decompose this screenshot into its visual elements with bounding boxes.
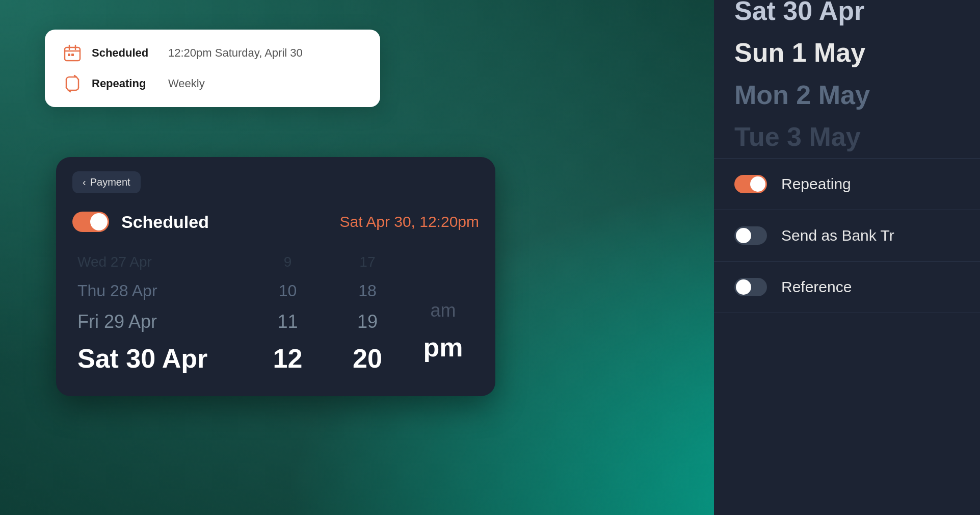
back-label: Payment bbox=[90, 176, 130, 188]
hour-column[interactable]: 9 10 11 12 bbox=[248, 248, 327, 380]
min-18: 18 bbox=[328, 276, 407, 305]
date-sat: Sat 30 Apr bbox=[72, 338, 248, 379]
pm-option: pm bbox=[407, 326, 479, 368]
repeating-value: Weekly bbox=[168, 77, 205, 90]
toggle-knob-3 bbox=[736, 279, 751, 295]
reference-toggle[interactable] bbox=[734, 278, 767, 296]
date-column[interactable]: Wed 27 Apr Thu 28 Apr Fri 29 Apr Sat 30 … bbox=[72, 248, 248, 380]
main-payment-card: ‹ Payment Scheduled Sat Apr 30, 12:20pm … bbox=[56, 157, 495, 396]
datetime-picker[interactable]: Wed 27 Apr Thu 28 Apr Fri 29 Apr Sat 30 … bbox=[56, 240, 495, 396]
svg-rect-4 bbox=[68, 54, 70, 56]
date-fri: Fri 29 Apr bbox=[72, 305, 248, 338]
reference-toggle-row[interactable]: Reference bbox=[714, 262, 980, 313]
back-button[interactable]: ‹ Payment bbox=[72, 171, 141, 193]
schedule-summary-card: Scheduled 12:20pm Saturday, April 30 Rep… bbox=[45, 30, 380, 107]
toggle-section: Repeating Send as Bank Tr Reference bbox=[714, 158, 980, 515]
calendar-icon bbox=[63, 44, 82, 62]
am-option: am bbox=[407, 248, 479, 326]
scheduled-label: Scheduled bbox=[92, 46, 158, 60]
repeating-row: Repeating Weekly bbox=[63, 74, 362, 93]
date-wed: Wed 27 Apr bbox=[72, 248, 248, 276]
scheduled-main-label: Scheduled bbox=[121, 212, 327, 232]
hour-10: 10 bbox=[248, 276, 327, 305]
repeating-toggle-row[interactable]: Repeating bbox=[714, 159, 980, 210]
scheduled-toggle-knob bbox=[90, 213, 108, 230]
bank-transfer-label: Send as Bank Tr bbox=[781, 227, 894, 244]
date-list: Sat 30 Apr Sun 1 May Mon 2 May Tue 3 May bbox=[714, 0, 980, 158]
date-sun-1: Sun 1 May bbox=[734, 32, 960, 73]
min-20: 20 bbox=[328, 338, 407, 379]
scheduled-row: Scheduled 12:20pm Saturday, April 30 bbox=[63, 44, 362, 62]
bank-transfer-toggle-row[interactable]: Send as Bank Tr bbox=[714, 210, 980, 262]
toggle-knob-2 bbox=[736, 228, 751, 243]
repeating-toggle-label: Repeating bbox=[781, 175, 851, 193]
scheduled-toggle-row: Scheduled Sat Apr 30, 12:20pm bbox=[56, 201, 495, 240]
toggle-knob bbox=[750, 176, 765, 192]
hour-12: 12 bbox=[248, 338, 327, 379]
repeat-icon bbox=[63, 74, 82, 93]
bank-transfer-toggle[interactable] bbox=[734, 226, 767, 245]
repeating-label: Repeating bbox=[92, 77, 158, 90]
scheduled-value: 12:20pm Saturday, April 30 bbox=[168, 46, 303, 60]
min-17: 17 bbox=[328, 248, 407, 276]
ampm-column[interactable]: am pm bbox=[407, 248, 479, 380]
repeating-toggle[interactable] bbox=[734, 175, 767, 193]
date-mon-2: Mon 2 May bbox=[734, 74, 960, 116]
back-arrow-icon: ‹ bbox=[83, 176, 86, 188]
date-thu: Thu 28 Apr bbox=[72, 276, 248, 305]
scheduled-main-value: Sat Apr 30, 12:20pm bbox=[339, 213, 479, 230]
hour-9: 9 bbox=[248, 248, 327, 276]
minute-column[interactable]: 17 18 19 20 bbox=[328, 248, 407, 380]
date-sat-30: Sat 30 Apr bbox=[734, 0, 960, 32]
card-nav: ‹ Payment bbox=[56, 157, 495, 201]
svg-rect-5 bbox=[71, 54, 74, 56]
date-tue-3: Tue 3 May bbox=[734, 116, 960, 158]
min-19: 19 bbox=[328, 305, 407, 338]
right-panel: Sat 30 Apr Sun 1 May Mon 2 May Tue 3 May… bbox=[714, 0, 980, 515]
reference-label: Reference bbox=[781, 278, 852, 296]
scheduled-toggle[interactable] bbox=[72, 212, 109, 232]
hour-11: 11 bbox=[248, 305, 327, 338]
